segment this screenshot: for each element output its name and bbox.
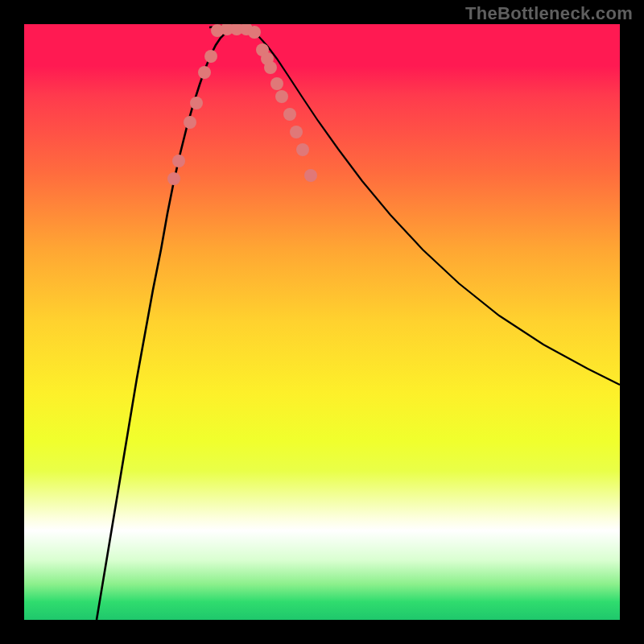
dots-right-dot: [296, 143, 309, 156]
dots-left-dot: [204, 50, 217, 63]
dots-right-dot: [290, 126, 303, 138]
watermark-text: TheBottleneck.com: [465, 3, 633, 24]
dots-left-dot: [184, 116, 196, 129]
dots-right-dot: [275, 90, 288, 103]
chart-svg: [24, 24, 620, 620]
dots-bottom-dot: [248, 26, 261, 39]
dots-left-dot: [167, 172, 180, 185]
curve-layer: [97, 27, 620, 620]
dots-right-dot: [270, 77, 283, 90]
dots-right-dot: [304, 169, 317, 182]
left-curve-path: [97, 27, 240, 620]
dots-left-dot: [172, 155, 185, 167]
right-curve-path: [240, 27, 620, 385]
dots-left-dot: [198, 66, 211, 79]
dots-left-dot: [190, 97, 203, 109]
marker-layer: [167, 24, 317, 185]
dots-right-dot: [283, 108, 296, 121]
dots-right-dot: [264, 61, 277, 74]
